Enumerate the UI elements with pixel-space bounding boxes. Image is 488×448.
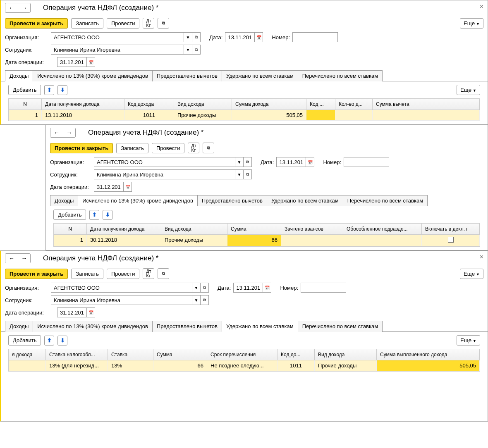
col-kind[interactable]: Вид дохода [174,99,232,110]
dtkt-icon[interactable]: ДтКт [143,18,154,29]
table-row[interactable]: 1 30.11.2018 Прочие доходы 66 [54,235,480,246]
close-icon[interactable]: × [480,3,483,10]
col-sum[interactable]: Сумма [227,224,281,234]
emp-input[interactable] [51,45,184,54]
tab-calc13[interactable]: Исчислено по 13% (30%) кроме дивидендов [78,195,198,206]
col-paid[interactable]: Сумма выплаченного дохода [377,349,480,360]
num-input[interactable] [344,157,389,167]
related-icon[interactable]: ⧉ [158,18,169,29]
col-dept[interactable]: Обособленное подразде... [343,224,422,234]
dtkt-icon[interactable]: ДтКт [143,268,154,279]
tab-deduct[interactable]: Предоставлено вычетов [152,70,222,81]
back-button[interactable]: ← [50,128,63,137]
calendar-icon[interactable]: 📅 [86,57,95,67]
tab-income[interactable]: Доходы [5,70,33,81]
org-input[interactable] [51,33,184,42]
date-input[interactable] [225,33,254,42]
num-input[interactable] [301,283,346,293]
opdate-combo[interactable]: 📅 [57,307,95,317]
move-up-icon[interactable]: ⬆ [44,336,54,346]
dropdown-icon[interactable]: ▼ [192,283,200,292]
checkbox[interactable] [448,237,454,243]
col-date[interactable]: Дата получения дохода [42,99,124,110]
close-icon[interactable]: × [480,253,483,261]
post-close-button[interactable]: Провести и закрыть [5,18,68,29]
table-row[interactable]: 13% (для нерезид... 13% 66 Не позднее сл… [9,360,480,371]
emp-combo[interactable]: ▼ ⧉ [51,45,201,55]
org-combo[interactable]: ▼ ⧉ [51,283,209,293]
tab-withheld[interactable]: Удержано по всем ставкам [222,321,298,332]
add-button[interactable]: Добавить [8,335,41,346]
col-code[interactable]: Код дохода [124,99,174,110]
col-kind[interactable]: Вид дохода [315,349,377,360]
save-button[interactable]: Записать [71,269,103,279]
col-rate[interactable]: Ставка [108,349,153,360]
date-input[interactable] [277,157,306,167]
tab-deduct[interactable]: Предоставлено вычетов [197,195,267,206]
calendar-icon[interactable]: 📅 [254,33,263,42]
dropdown-icon[interactable]: ▼ [184,45,192,54]
org-combo[interactable]: ▼ ⧉ [51,32,201,42]
open-icon[interactable]: ⧉ [192,33,200,42]
opdate-input[interactable] [57,57,86,67]
col-n[interactable]: N [9,99,42,110]
move-down-icon[interactable]: ⬇ [57,336,67,346]
more-button[interactable]: Еще▼ [460,18,483,29]
col-term[interactable]: Срок перечисления [207,349,277,360]
table-row[interactable]: 1 13.11.2018 1011 Прочие доходы 505,05 [9,110,480,121]
col-code[interactable]: Код до... [277,349,315,360]
date-combo[interactable]: 📅 [276,157,314,167]
move-down-icon[interactable]: ⬇ [103,210,112,220]
date-input[interactable] [234,283,263,292]
dropdown-icon[interactable]: ▼ [235,170,243,179]
more-button[interactable]: Еще▼ [457,335,480,346]
add-button[interactable]: Добавить [53,210,86,220]
org-input[interactable] [94,157,235,167]
move-down-icon[interactable]: ⬇ [57,85,67,95]
tab-transferred[interactable]: Перечислено по всем ставкам [298,70,383,81]
post-close-button[interactable]: Провести и закрыть [5,269,68,279]
emp-combo[interactable]: ▼ ⧉ [51,295,209,305]
dropdown-icon[interactable]: ▼ [192,295,200,305]
org-combo[interactable]: ▼ ⧉ [94,157,252,167]
opdate-combo[interactable]: 📅 [94,182,132,192]
tab-withheld[interactable]: Удержано по всем ставкам [267,195,343,206]
calendar-icon[interactable]: 📅 [263,283,271,292]
tab-transferred[interactable]: Перечислено по всем ставкам [298,321,383,332]
tab-withheld[interactable]: Удержано по всем ставкам [222,70,298,81]
col-deduct[interactable]: Сумма вычета [373,99,480,110]
save-button[interactable]: Записать [71,18,103,29]
dropdown-icon[interactable]: ▼ [235,157,243,167]
opdate-input[interactable] [94,182,123,191]
col-advance[interactable]: Зачтено авансов [281,224,343,234]
opdate-input[interactable] [57,308,86,317]
forward-button[interactable]: → [63,128,75,137]
cell-incl[interactable] [422,235,480,246]
post-button[interactable]: Провести [107,18,140,29]
dtkt-icon[interactable]: ДтКт [188,143,199,153]
col-n[interactable]: N [54,224,87,234]
open-icon[interactable]: ⧉ [192,45,200,54]
col-code2[interactable]: Код ... [306,99,335,110]
emp-input[interactable] [94,170,235,179]
calendar-icon[interactable]: 📅 [123,182,132,191]
col-qty[interactable]: Кол-во д... [335,99,373,110]
more-button[interactable]: Еще▼ [460,269,483,279]
post-close-button[interactable]: Провести и закрыть [50,143,113,153]
col-incl[interactable]: Включать в декл. г [422,224,480,234]
tab-deduct[interactable]: Предоставлено вычетов [152,321,222,332]
col-sum[interactable]: Сумма дохода [232,99,306,110]
post-button[interactable]: Провести [152,143,185,153]
calendar-icon[interactable]: 📅 [306,157,314,167]
open-icon[interactable]: ⧉ [200,283,208,292]
date-combo[interactable]: 📅 [225,32,263,42]
tab-calc13[interactable]: Исчислено по 13% (30%) кроме дивидендов [33,321,153,332]
forward-button[interactable]: → [18,3,30,12]
tab-income[interactable]: Доходы [5,321,33,332]
add-button[interactable]: Добавить [8,85,41,95]
more-button[interactable]: Еще▼ [457,85,480,95]
open-icon[interactable]: ⧉ [200,295,208,305]
tab-transferred[interactable]: Перечислено по всем ставкам [343,195,428,206]
back-button[interactable]: ← [5,254,18,263]
org-input[interactable] [51,283,192,292]
